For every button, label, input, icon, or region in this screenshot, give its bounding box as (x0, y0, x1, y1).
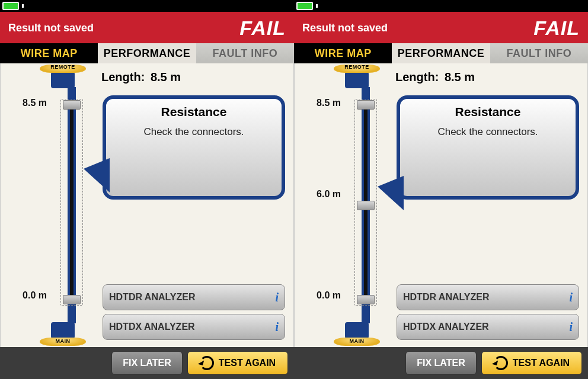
distance-label: 0.0 m (5, 290, 47, 301)
tab-performance[interactable]: PERFORMANCE (98, 43, 196, 63)
endpoint-main: MAIN (330, 322, 384, 346)
test-again-button[interactable]: TEST AGAIN (187, 351, 288, 375)
endpoint-remote-label: REMOTE (334, 64, 380, 70)
hdtdr-label: HDTDR ANALYZER (403, 292, 489, 303)
distance-label: 6.0 m (299, 189, 341, 200)
length-readout: Length: 8.5 m (101, 70, 181, 84)
info-icon: i (569, 320, 573, 334)
length-label: Length: (395, 70, 439, 83)
info-icon: i (275, 320, 279, 334)
tab-fault-info[interactable]: FAULT INFO (490, 43, 588, 63)
retry-icon (494, 356, 508, 370)
test-again-label: TEST AGAIN (513, 358, 570, 368)
tab-fault-info[interactable]: FAULT INFO (196, 43, 294, 63)
connector-marker (63, 295, 81, 304)
callout-message: Check the connectors. (400, 126, 576, 138)
status-bar (294, 0, 588, 12)
length-readout: Length: 8.5 m (395, 70, 475, 84)
fix-later-button[interactable]: FIX LATER (405, 351, 477, 375)
distance-label: 8.5 m (299, 98, 341, 108)
fault-callout[interactable]: Resistance Check the connectors. (397, 95, 579, 200)
hdtdr-label: HDTDR ANALYZER (109, 292, 195, 303)
callout-title: Resistance (106, 105, 282, 119)
endpoint-remote: REMOTE (330, 65, 384, 88)
tab-wire-map[interactable]: WIRE MAP (0, 43, 98, 63)
info-icon: i (275, 291, 279, 304)
callout-message: Check the connectors. (106, 126, 282, 138)
hdtdr-analyzer-button[interactable]: HDTDR ANALYZER i (103, 284, 285, 310)
save-state-text: Result not saved (8, 22, 94, 34)
distance-label: 8.5 m (5, 98, 47, 108)
connector-marker (357, 100, 375, 110)
main-panel: Length: 8.5 m REMOTE 8.5 m 0.0 m Resista… (0, 63, 294, 347)
tab-wire-map[interactable]: WIRE MAP (294, 43, 392, 63)
length-value: 8.5 m (445, 70, 475, 83)
battery-icon (2, 2, 21, 10)
endpoint-main-label: MAIN (334, 338, 380, 344)
bottom-toolbar: FIX LATER TEST AGAIN (0, 347, 294, 379)
callout-tail-icon (84, 158, 110, 192)
endpoint-remote: REMOTE (36, 65, 90, 88)
callout-tail-icon (378, 176, 404, 210)
hdtdx-label: HDTDX ANALYZER (403, 322, 489, 332)
test-again-button[interactable]: TEST AGAIN (481, 351, 582, 375)
connector-marker (357, 201, 375, 210)
main-panel: Length: 8.5 m REMOTE 8.5 m 6.0 m 0.0 m R… (294, 63, 588, 347)
hdtdx-analyzer-button[interactable]: HDTDX ANALYZER i (103, 314, 285, 340)
endpoint-remote-label: REMOTE (40, 64, 86, 70)
result-badge: FAIL (239, 17, 286, 40)
fix-later-button[interactable]: FIX LATER (111, 351, 183, 375)
device-right: Result not saved FAIL WIRE MAP PERFORMAN… (294, 0, 588, 379)
save-state-text: Result not saved (302, 22, 388, 34)
callout-title: Resistance (400, 105, 576, 119)
result-badge: FAIL (533, 17, 580, 40)
retry-icon (200, 356, 214, 370)
endpoint-main: MAIN (36, 322, 90, 346)
length-value: 8.5 m (151, 70, 181, 83)
hdtdr-analyzer-button[interactable]: HDTDR ANALYZER i (397, 284, 579, 310)
battery-icon (296, 2, 315, 10)
connector-marker (63, 100, 81, 110)
result-header: Result not saved FAIL (294, 12, 588, 43)
info-icon: i (569, 291, 573, 304)
tab-bar: WIRE MAP PERFORMANCE FAULT INFO (0, 43, 294, 63)
tab-performance[interactable]: PERFORMANCE (392, 43, 490, 63)
result-header: Result not saved FAIL (0, 12, 294, 43)
cable-span (60, 99, 83, 306)
hdtdx-analyzer-button[interactable]: HDTDX ANALYZER i (397, 314, 579, 340)
distance-label: 0.0 m (299, 290, 341, 301)
length-label: Length: (101, 70, 145, 83)
endpoint-main-label: MAIN (40, 338, 86, 344)
test-again-label: TEST AGAIN (219, 358, 276, 368)
bottom-toolbar: FIX LATER TEST AGAIN (294, 347, 588, 379)
connector-marker (357, 295, 375, 304)
tab-bar: WIRE MAP PERFORMANCE FAULT INFO (294, 43, 588, 63)
device-left: Result not saved FAIL WIRE MAP PERFORMAN… (0, 0, 294, 379)
status-bar (0, 0, 294, 12)
cable-diagram (53, 87, 91, 323)
hdtdx-label: HDTDX ANALYZER (109, 322, 195, 332)
fault-callout[interactable]: Resistance Check the connectors. (103, 95, 285, 200)
